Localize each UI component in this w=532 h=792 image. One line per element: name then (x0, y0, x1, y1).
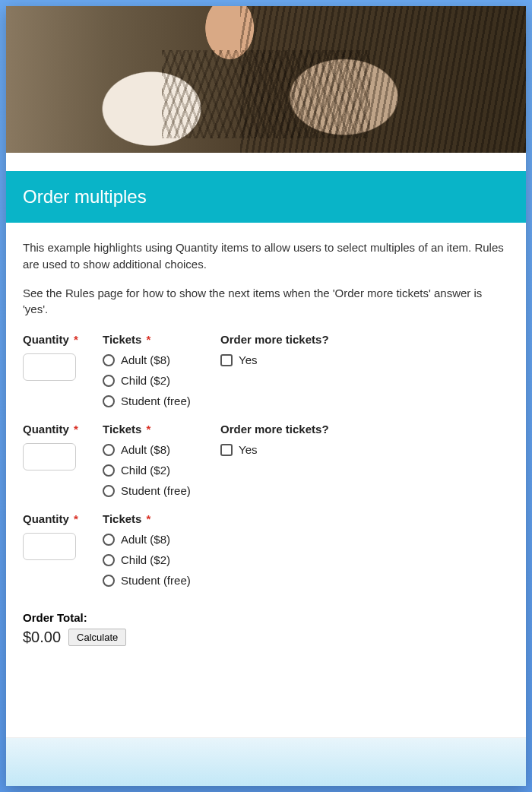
tickets-radio-group: Adult ($8) Child ($2) Student (free) (103, 353, 220, 407)
ticket-row-3: Quantity * Tickets * Adult ($8) Child ($… (23, 512, 509, 587)
ticket-row-2: Quantity * Tickets * Adult ($8) Child ($… (23, 423, 509, 497)
required-asterisk: * (147, 512, 151, 525)
radio-icon (103, 554, 115, 566)
tickets-label: Tickets * (103, 423, 220, 436)
quantity-label: Quantity * (23, 333, 103, 346)
ticket-option-adult[interactable]: Adult ($8) (103, 353, 220, 366)
ticket-option-student[interactable]: Student (free) (103, 484, 220, 497)
tickets-field: Tickets * Adult ($8) Child ($2) Student … (103, 333, 220, 407)
form-container: Order multiples This example highlights … (6, 6, 526, 786)
checkbox-icon (220, 444, 233, 456)
tickets-label: Tickets * (103, 333, 220, 346)
order-more-label: Order more tickets? (220, 423, 509, 436)
required-asterisk: * (74, 512, 78, 525)
ticket-option-student[interactable]: Student (free) (103, 394, 220, 407)
order-total-label: Order Total: (23, 611, 509, 624)
form-footer (6, 737, 526, 786)
intro-paragraph-2: See the Rules page for how to show the n… (23, 285, 509, 318)
checkbox-icon (220, 354, 233, 366)
radio-icon (103, 395, 115, 407)
tickets-radio-group: Adult ($8) Child ($2) Student (free) (103, 443, 220, 497)
radio-icon (103, 534, 115, 546)
form-description: This example highlights using Quantity i… (23, 239, 509, 318)
order-more-yes[interactable]: Yes (220, 353, 509, 366)
order-more-label: Order more tickets? (220, 333, 509, 346)
quantity-label: Quantity * (23, 423, 103, 436)
order-more-yes[interactable]: Yes (220, 443, 509, 456)
order-total-section: Order Total: $0.00 Calculate (23, 611, 509, 646)
radio-icon (103, 354, 115, 366)
ticket-option-student[interactable]: Student (free) (103, 574, 220, 587)
required-asterisk: * (74, 423, 78, 436)
ticket-option-child[interactable]: Child ($2) (103, 464, 220, 477)
radio-icon (103, 485, 115, 497)
required-asterisk: * (74, 333, 78, 346)
radio-icon (103, 464, 115, 477)
ticket-option-adult[interactable]: Adult ($8) (103, 533, 220, 546)
radio-icon (103, 375, 115, 387)
quantity-input[interactable] (23, 353, 76, 381)
ticket-option-adult[interactable]: Adult ($8) (103, 443, 220, 456)
order-more-checkbox-group: Yes (220, 353, 509, 366)
header-image (6, 6, 526, 153)
ticket-option-child[interactable]: Child ($2) (103, 374, 220, 387)
intro-paragraph-1: This example highlights using Quantity i… (23, 239, 509, 273)
form-body: This example highlights using Quantity i… (6, 223, 526, 737)
ticket-option-child[interactable]: Child ($2) (103, 553, 220, 566)
quantity-field: Quantity * (23, 423, 103, 497)
quantity-label: Quantity * (23, 512, 103, 525)
tickets-field: Tickets * Adult ($8) Child ($2) Student … (103, 512, 220, 587)
tickets-radio-group: Adult ($8) Child ($2) Student (free) (103, 533, 220, 587)
calculate-button[interactable]: Calculate (68, 629, 126, 646)
quantity-input[interactable] (23, 443, 76, 470)
quantity-input[interactable] (23, 533, 76, 560)
order-total-line: $0.00 Calculate (23, 629, 509, 646)
quantity-field: Quantity * (23, 512, 103, 587)
required-asterisk: * (147, 333, 151, 346)
quantity-field: Quantity * (23, 333, 103, 407)
form-title: Order multiples (6, 171, 526, 223)
order-total-value: $0.00 (23, 629, 61, 646)
radio-icon (103, 444, 115, 456)
order-more-field: Order more tickets? Yes (220, 333, 509, 407)
order-more-field: Order more tickets? Yes (220, 423, 509, 497)
tickets-label: Tickets * (103, 512, 220, 525)
ticket-row-1: Quantity * Tickets * Adult ($8) Child ($… (23, 333, 509, 407)
required-asterisk: * (147, 423, 151, 436)
radio-icon (103, 575, 115, 587)
tickets-field: Tickets * Adult ($8) Child ($2) Student … (103, 423, 220, 497)
order-more-checkbox-group: Yes (220, 443, 509, 456)
